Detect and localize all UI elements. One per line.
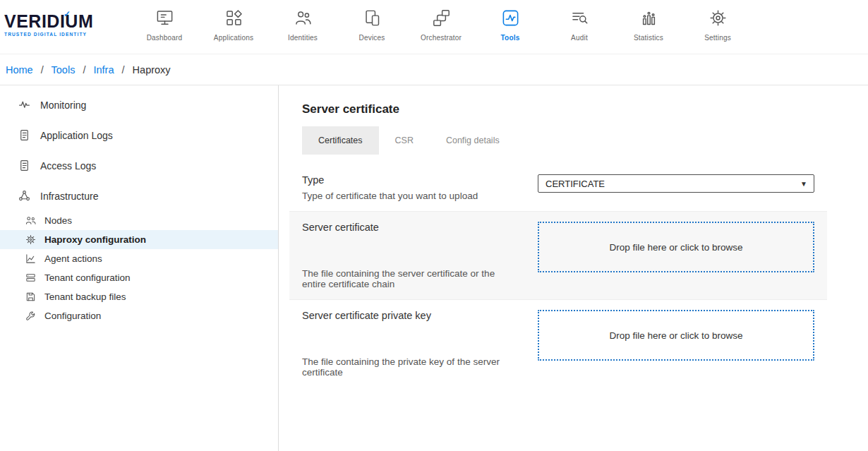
private-key-label: Server certificate private key bbox=[302, 310, 521, 321]
field-row-server-certificate: Server certificate The file containing t… bbox=[289, 211, 827, 300]
sidebar-item-monitoring[interactable]: Monitoring bbox=[0, 90, 278, 120]
wrench-icon bbox=[25, 311, 36, 321]
sidebar-item-label: Application Logs bbox=[40, 130, 113, 141]
server-icon bbox=[25, 272, 36, 283]
type-select-value: CERTIFICATE bbox=[545, 179, 605, 189]
nav-label: Statistics bbox=[634, 34, 663, 42]
statistics-icon bbox=[639, 7, 658, 28]
breadcrumb: Home / Tools / Infra / Haproxy bbox=[0, 54, 868, 85]
nav-item-identities[interactable]: Identities bbox=[268, 7, 337, 42]
nav-item-orchestrator[interactable]: Orchestrator bbox=[406, 7, 476, 42]
sidebar-subitem-tenant-backup-files[interactable]: Tenant backup files bbox=[0, 287, 278, 306]
gear-icon bbox=[25, 234, 36, 245]
server-certificate-dropzone[interactable]: Drop file here or click to browse bbox=[538, 222, 814, 272]
nav-item-devices[interactable]: Devices bbox=[337, 7, 406, 42]
certificate-form: Type Type of certificate that you want t… bbox=[289, 164, 827, 387]
tab-config-details[interactable]: Config details bbox=[430, 126, 516, 155]
sidebar-subitem-nodes[interactable]: Nodes bbox=[0, 211, 278, 230]
veridium-logo[interactable]: VERIDIUM ✓ TRUSTED DIGITAL IDENTITY bbox=[4, 13, 110, 37]
field-row-server-certificate-private-key: Server certificate private key The file … bbox=[289, 300, 827, 387]
tools-icon bbox=[501, 7, 520, 28]
type-help-text: Type of certificate that you want to upl… bbox=[302, 191, 521, 201]
network-icon bbox=[18, 190, 30, 202]
chevron-down-icon: ▼ bbox=[800, 180, 807, 188]
sidebar-item-label: Access Logs bbox=[40, 160, 96, 172]
page: VERIDIUM ✓ TRUSTED DIGITAL IDENTITY Dash… bbox=[0, 0, 868, 451]
gear-icon bbox=[709, 7, 728, 28]
nav-item-dashboard[interactable]: Dashboard bbox=[130, 7, 199, 42]
sidebar-subitem-label: Agent actions bbox=[44, 253, 102, 264]
brand-tagline: TRUSTED DIGITAL IDENTITY bbox=[4, 32, 110, 37]
sidebar-item-access-logs[interactable]: Access Logs bbox=[0, 150, 278, 181]
sidebar-subitem-label: Tenant backup files bbox=[44, 291, 126, 302]
breadcrumb-separator: / bbox=[41, 64, 44, 76]
breadcrumb-home[interactable]: Home bbox=[6, 64, 33, 76]
logo-check-icon: ✓ bbox=[64, 9, 71, 19]
tab-csr[interactable]: CSR bbox=[379, 126, 430, 155]
breadcrumb-current: Haproxy bbox=[133, 64, 171, 76]
tab-certificates[interactable]: Certificates bbox=[302, 126, 379, 155]
document-icon bbox=[18, 160, 30, 172]
nodes-icon bbox=[25, 215, 36, 226]
nav-item-settings[interactable]: Settings bbox=[683, 7, 752, 42]
dashboard-icon bbox=[155, 7, 174, 28]
top-nav: Dashboard Applications Identities bbox=[130, 7, 752, 42]
document-icon bbox=[18, 129, 30, 141]
sidebar: Monitoring Application Logs Access Logs bbox=[0, 85, 279, 451]
field-row-type: Type Type of certificate that you want t… bbox=[289, 164, 827, 211]
nav-item-tools[interactable]: Tools bbox=[476, 7, 545, 42]
brand-name: VERIDIUM bbox=[4, 13, 110, 30]
sidebar-subitem-haproxy-configuration[interactable]: Haproxy configuration bbox=[0, 230, 278, 249]
sidebar-item-label: Monitoring bbox=[40, 100, 86, 111]
private-key-dropzone[interactable]: Drop file here or click to browse bbox=[538, 310, 814, 361]
header: VERIDIUM ✓ TRUSTED DIGITAL IDENTITY Dash… bbox=[0, 0, 868, 54]
sidebar-subitem-label: Tenant configuration bbox=[44, 272, 131, 283]
identities-icon bbox=[294, 7, 313, 28]
type-select[interactable]: CERTIFICATE ▼ bbox=[538, 174, 814, 193]
nav-label: Settings bbox=[704, 34, 731, 42]
nav-item-applications[interactable]: Applications bbox=[199, 7, 268, 42]
nav-label: Dashboard bbox=[147, 34, 183, 42]
sidebar-subitem-label: Nodes bbox=[44, 215, 72, 226]
nav-label: Identities bbox=[288, 34, 318, 42]
breadcrumb-separator: / bbox=[83, 64, 85, 76]
line-chart-icon bbox=[25, 253, 36, 264]
nav-item-statistics[interactable]: Statistics bbox=[614, 7, 683, 42]
server-certificate-label: Server certificate bbox=[302, 222, 521, 233]
page-title: Server certificate bbox=[302, 102, 827, 116]
nav-label: Audit bbox=[571, 34, 588, 42]
sidebar-subitem-label: Haproxy configuration bbox=[44, 234, 146, 245]
nav-label: Tools bbox=[501, 34, 520, 42]
dropzone-text: Drop file here or click to browse bbox=[609, 330, 742, 341]
sidebar-item-label: Infrastructure bbox=[40, 191, 98, 202]
main-content: Server certificate Certificates CSR Conf… bbox=[279, 85, 868, 451]
nav-item-audit[interactable]: Audit bbox=[545, 7, 614, 42]
sidebar-subitem-tenant-configuration[interactable]: Tenant configuration bbox=[0, 268, 278, 287]
devices-icon bbox=[363, 7, 382, 28]
sidebar-subitem-agent-actions[interactable]: Agent actions bbox=[0, 249, 278, 268]
content: Monitoring Application Logs Access Logs bbox=[0, 85, 868, 451]
nav-label: Orchestrator bbox=[421, 34, 462, 42]
save-icon bbox=[25, 291, 36, 302]
nav-label: Devices bbox=[359, 34, 385, 42]
applications-icon bbox=[224, 7, 243, 28]
audit-icon bbox=[570, 7, 589, 28]
nav-label: Applications bbox=[214, 34, 253, 42]
monitoring-icon bbox=[18, 99, 30, 111]
tabs: Certificates CSR Config details bbox=[302, 126, 827, 155]
sidebar-subitem-configuration[interactable]: Configuration bbox=[0, 306, 278, 325]
breadcrumb-tools[interactable]: Tools bbox=[52, 64, 76, 76]
type-label: Type bbox=[302, 174, 521, 186]
breadcrumb-infra[interactable]: Infra bbox=[93, 64, 114, 76]
sidebar-item-infrastructure[interactable]: Infrastructure bbox=[0, 181, 278, 211]
sidebar-subitem-label: Configuration bbox=[44, 311, 101, 321]
private-key-help-text: The file containing the private key of t… bbox=[302, 356, 521, 378]
orchestrator-icon bbox=[432, 7, 451, 28]
breadcrumb-separator: / bbox=[122, 64, 125, 76]
server-certificate-help-text: The file containing the server certifica… bbox=[302, 268, 521, 289]
dropzone-text: Drop file here or click to browse bbox=[609, 242, 742, 253]
sidebar-item-application-logs[interactable]: Application Logs bbox=[0, 120, 278, 150]
